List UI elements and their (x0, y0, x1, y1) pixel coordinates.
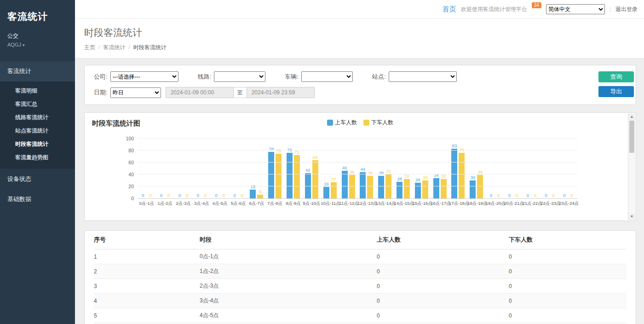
sidebar-section-base-data[interactable]: 基础数据 (0, 189, 75, 209)
query-button[interactable]: 查询 (598, 71, 634, 82)
notification-badge[interactable]: 34 (532, 2, 541, 8)
bar-group: 00 (138, 193, 156, 198)
x-axis-tick: 0点-1点 (138, 201, 156, 207)
x-axis-tick: 23点-24点 (559, 201, 577, 207)
sidebar-item[interactable]: 客流汇总 (0, 98, 75, 111)
bar-group: 00 (559, 193, 577, 198)
bar-value-label: 0 (508, 193, 511, 198)
station-label: 站点: (372, 73, 386, 81)
sidebar-section-device-status[interactable]: 设备状态 (0, 169, 75, 189)
bar-value-label: 32 (441, 174, 446, 179)
bar-value-label: 0 (497, 193, 500, 198)
breadcrumb-item: 时段客流统计 (133, 44, 167, 51)
bar-wrap: 76 (287, 147, 293, 198)
bar-wrap: 41 (385, 168, 391, 198)
bar-wrap: 0 (158, 193, 164, 198)
legend-item[interactable]: 上车人数 (327, 119, 357, 127)
bar-value-label: 0 (197, 193, 199, 198)
line-filter: 线路: (198, 71, 266, 82)
sidebar-item[interactable]: 客流量趋势图 (0, 151, 75, 164)
breadcrumb-separator: / (128, 44, 130, 51)
sidebar: 客流统计 公交 AQGJ▾ 客流统计 客流明细客流汇总线路客流统计站点客流统计时… (0, 0, 75, 324)
legend-item[interactable]: 下车人数 (363, 119, 393, 127)
bar-group: 4438 (357, 167, 376, 198)
date-end-input[interactable] (247, 87, 315, 98)
date-preset-select[interactable]: 昨日 (110, 87, 161, 98)
station-select[interactable] (389, 71, 457, 82)
sidebar-item[interactable]: 客流明细 (0, 84, 75, 98)
gridline (138, 138, 577, 139)
line-select[interactable] (214, 71, 265, 82)
table-header-cell: 时段 (200, 231, 377, 249)
bar-wrap: 0 (177, 193, 183, 198)
bar-wrap: 0 (514, 193, 520, 198)
bar-value-label: 41 (386, 168, 391, 174)
breadcrumb-item[interactable]: 主页 (84, 44, 95, 51)
table-body: 10点-1点0021点-2点0032点-3点0043点-4点0054点-5点00… (94, 249, 627, 324)
bar-wrap: 0 (561, 193, 567, 198)
table-cell: 0 (377, 295, 509, 307)
bar-wrap: 0 (221, 193, 227, 198)
breadcrumb-separator: / (98, 44, 100, 51)
bar-group: 1927 (321, 177, 339, 198)
bar-group: 7875 (266, 146, 284, 198)
filter-row-2: 日期: 昨日 至 (94, 87, 629, 98)
legend-swatch-icon (363, 120, 369, 126)
sidebar-item[interactable]: 站点客流统计 (0, 124, 75, 138)
bar-wrap: 0 (506, 193, 512, 198)
scrollbar-thumb[interactable] (629, 121, 634, 153)
page-title: 时段客流统计 (84, 26, 635, 39)
bar-group: 2630 (412, 175, 431, 198)
bar-wrap: 44 (360, 167, 366, 198)
table-cell: 2 (94, 265, 200, 278)
bar (349, 175, 355, 198)
scrollbar-down-arrow-icon[interactable]: ▼ (628, 213, 635, 220)
chevron-down-icon: ▾ (23, 43, 25, 47)
bar (397, 182, 402, 198)
bar-wrap: 0 (195, 193, 201, 198)
bar-wrap: 78 (268, 146, 274, 198)
bar-wrap: 76 (459, 147, 465, 198)
date-start-input[interactable] (166, 87, 234, 98)
sidebar-item[interactable]: 线路客流统计 (0, 111, 75, 124)
bar-wrap: 27 (331, 177, 337, 198)
company-select[interactable]: ---请选择--- (110, 71, 178, 82)
sidebar-item[interactable]: 时段客流统计 (0, 138, 75, 151)
bar-wrap: 42 (305, 168, 311, 198)
bar-group: 00 (211, 193, 229, 198)
bar (312, 160, 318, 198)
breadcrumb-item[interactable]: 客流统计 (103, 44, 125, 51)
bar-value-label: 83 (452, 143, 457, 148)
bar-value-label: 0 (178, 193, 181, 198)
y-axis-tick: 20 (122, 184, 134, 189)
bar (268, 152, 274, 198)
bar (367, 176, 373, 198)
breadcrumb: 主页/客流统计/时段客流统计 (84, 44, 635, 52)
x-axis-tick: 20点-21点 (504, 201, 523, 207)
bar-value-label: 64 (313, 155, 318, 160)
export-button[interactable]: 导出 (598, 86, 634, 97)
topbar-divider: | (610, 6, 611, 12)
bar (441, 179, 447, 198)
bar (415, 183, 421, 198)
company-filter: 公司: ---请选择--- (94, 71, 178, 82)
bar-group: 4639 (339, 165, 357, 198)
bar-value-label: 0 (241, 193, 243, 198)
table-cell: 3点-4点 (200, 294, 377, 308)
logout-link[interactable]: 退出登录 (615, 6, 638, 13)
vehicle-select[interactable] (301, 71, 353, 82)
sidebar-section-passenger-stats[interactable]: 客流统计 (0, 61, 75, 81)
scrollbar-up-arrow-icon[interactable]: ▲ (628, 113, 635, 120)
x-axis-tick: 7点-8点 (266, 201, 284, 207)
bar-value-label: 44 (361, 167, 366, 172)
bar-wrap: 0 (202, 193, 208, 198)
date-filter: 日期: 昨日 至 (94, 87, 315, 98)
chart-scrollbar[interactable]: ▲ ▼ (628, 113, 635, 220)
language-select[interactable]: 简体中文 (546, 4, 605, 14)
vehicle-filter: 车辆: (285, 71, 353, 82)
bar-value-label: 0 (527, 193, 529, 198)
bar-value-label: 34 (434, 173, 439, 178)
org-selector[interactable]: AQGJ▾ (0, 40, 75, 47)
home-link[interactable]: 首页 (443, 5, 456, 14)
table-cell: 4点-5点 (200, 308, 377, 323)
